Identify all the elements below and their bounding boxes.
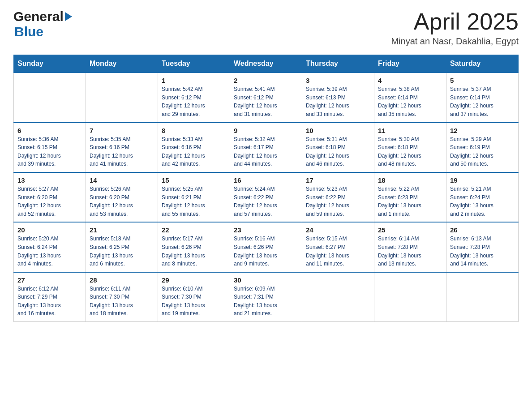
day-number: 16 <box>234 176 298 184</box>
day-number: 30 <box>234 276 298 284</box>
day-number: 3 <box>306 77 370 84</box>
day-info: Sunrise: 5:26 AM Sunset: 6:20 PM Dayligh… <box>90 185 154 218</box>
day-number: 8 <box>162 127 226 134</box>
day-number: 26 <box>450 226 515 234</box>
day-info: Sunrise: 5:18 AM Sunset: 6:25 PM Dayligh… <box>90 235 154 268</box>
calendar-cell: 19Sunrise: 5:21 AM Sunset: 6:24 PM Dayli… <box>446 172 519 222</box>
calendar-cell: 7Sunrise: 5:35 AM Sunset: 6:16 PM Daylig… <box>86 123 158 172</box>
day-info: Sunrise: 5:25 AM Sunset: 6:21 PM Dayligh… <box>162 185 226 218</box>
day-number: 4 <box>378 77 442 84</box>
calendar-cell: 23Sunrise: 5:16 AM Sunset: 6:26 PM Dayli… <box>230 222 302 272</box>
day-number: 21 <box>90 226 154 234</box>
day-info: Sunrise: 6:13 AM Sunset: 7:28 PM Dayligh… <box>450 235 515 268</box>
calendar-cell: 4Sunrise: 5:38 AM Sunset: 6:14 PM Daylig… <box>374 73 446 122</box>
day-number: 14 <box>90 176 154 184</box>
day-number: 12 <box>450 127 515 134</box>
day-info: Sunrise: 5:42 AM Sunset: 6:12 PM Dayligh… <box>162 85 226 118</box>
weekday-header-friday: Friday <box>374 55 446 73</box>
weekday-header-wednesday: Wednesday <box>230 55 302 73</box>
day-info: Sunrise: 5:23 AM Sunset: 6:22 PM Dayligh… <box>306 185 370 218</box>
day-info: Sunrise: 5:27 AM Sunset: 6:20 PM Dayligh… <box>17 185 82 218</box>
calendar-cell: 20Sunrise: 5:20 AM Sunset: 6:24 PM Dayli… <box>14 222 86 272</box>
calendar-cell: 29Sunrise: 6:10 AM Sunset: 7:30 PM Dayli… <box>158 272 230 322</box>
logo-blue-text: Blue <box>14 24 73 39</box>
day-number: 29 <box>162 276 226 284</box>
page-title: April 2025 <box>391 9 519 34</box>
calendar-cell: 10Sunrise: 5:31 AM Sunset: 6:18 PM Dayli… <box>302 123 374 172</box>
weekday-header-saturday: Saturday <box>446 55 519 73</box>
day-number: 27 <box>17 276 82 284</box>
day-info: Sunrise: 5:31 AM Sunset: 6:18 PM Dayligh… <box>306 135 370 168</box>
calendar-cell: 21Sunrise: 5:18 AM Sunset: 6:25 PM Dayli… <box>86 222 158 272</box>
page-header: General Blue April 2025 Minyat an Nasr, … <box>13 9 519 47</box>
logo-general-text: General <box>13 9 64 24</box>
day-info: Sunrise: 5:37 AM Sunset: 6:14 PM Dayligh… <box>450 85 515 118</box>
day-info: Sunrise: 5:33 AM Sunset: 6:16 PM Dayligh… <box>162 135 226 168</box>
calendar-cell: 24Sunrise: 5:15 AM Sunset: 6:27 PM Dayli… <box>302 222 374 272</box>
calendar-cell: 27Sunrise: 6:12 AM Sunset: 7:29 PM Dayli… <box>14 272 86 322</box>
day-number: 19 <box>450 176 515 184</box>
calendar-week-row: 6Sunrise: 5:36 AM Sunset: 6:15 PM Daylig… <box>14 123 519 172</box>
day-number: 24 <box>306 226 370 234</box>
calendar-cell: 5Sunrise: 5:37 AM Sunset: 6:14 PM Daylig… <box>446 73 519 122</box>
day-info: Sunrise: 5:15 AM Sunset: 6:27 PM Dayligh… <box>306 235 370 268</box>
calendar-cell: 11Sunrise: 5:30 AM Sunset: 6:18 PM Dayli… <box>374 123 446 172</box>
calendar-cell: 28Sunrise: 6:11 AM Sunset: 7:30 PM Dayli… <box>86 272 158 322</box>
calendar-cell: 13Sunrise: 5:27 AM Sunset: 6:20 PM Dayli… <box>14 172 86 222</box>
calendar-cell <box>14 73 86 122</box>
day-info: Sunrise: 5:24 AM Sunset: 6:22 PM Dayligh… <box>234 185 298 218</box>
day-number: 18 <box>378 176 442 184</box>
calendar-cell <box>374 272 446 322</box>
day-info: Sunrise: 5:17 AM Sunset: 6:26 PM Dayligh… <box>162 235 226 268</box>
day-info: Sunrise: 6:12 AM Sunset: 7:29 PM Dayligh… <box>17 285 82 318</box>
day-info: Sunrise: 5:32 AM Sunset: 6:17 PM Dayligh… <box>234 135 298 168</box>
day-info: Sunrise: 6:09 AM Sunset: 7:31 PM Dayligh… <box>234 285 298 318</box>
day-info: Sunrise: 5:21 AM Sunset: 6:24 PM Dayligh… <box>450 185 515 218</box>
weekday-header-thursday: Thursday <box>302 55 374 73</box>
day-info: Sunrise: 5:16 AM Sunset: 6:26 PM Dayligh… <box>234 235 298 268</box>
day-number: 1 <box>162 77 226 84</box>
calendar-cell <box>86 73 158 122</box>
day-info: Sunrise: 5:29 AM Sunset: 6:19 PM Dayligh… <box>450 135 515 168</box>
logo-triangle-icon <box>65 12 72 21</box>
day-number: 22 <box>162 226 226 234</box>
day-number: 7 <box>90 127 154 134</box>
weekday-header-monday: Monday <box>86 55 158 73</box>
logo-line1: General <box>13 9 73 24</box>
day-info: Sunrise: 5:41 AM Sunset: 6:12 PM Dayligh… <box>234 85 298 118</box>
day-number: 25 <box>378 226 442 234</box>
day-info: Sunrise: 5:30 AM Sunset: 6:18 PM Dayligh… <box>378 135 442 168</box>
calendar-cell: 18Sunrise: 5:22 AM Sunset: 6:23 PM Dayli… <box>374 172 446 222</box>
day-number: 15 <box>162 176 226 184</box>
day-number: 17 <box>306 176 370 184</box>
calendar-cell: 9Sunrise: 5:32 AM Sunset: 6:17 PM Daylig… <box>230 123 302 172</box>
calendar-cell: 25Sunrise: 6:14 AM Sunset: 7:28 PM Dayli… <box>374 222 446 272</box>
day-number: 11 <box>378 127 442 134</box>
calendar-cell: 26Sunrise: 6:13 AM Sunset: 7:28 PM Dayli… <box>446 222 519 272</box>
calendar-cell: 3Sunrise: 5:39 AM Sunset: 6:13 PM Daylig… <box>302 73 374 122</box>
calendar-week-row: 20Sunrise: 5:20 AM Sunset: 6:24 PM Dayli… <box>14 222 519 272</box>
calendar-cell: 15Sunrise: 5:25 AM Sunset: 6:21 PM Dayli… <box>158 172 230 222</box>
day-info: Sunrise: 6:11 AM Sunset: 7:30 PM Dayligh… <box>90 285 154 318</box>
logo: General Blue <box>13 9 73 39</box>
calendar-cell: 1Sunrise: 5:42 AM Sunset: 6:12 PM Daylig… <box>158 73 230 122</box>
calendar-cell: 6Sunrise: 5:36 AM Sunset: 6:15 PM Daylig… <box>14 123 86 172</box>
calendar-cell: 12Sunrise: 5:29 AM Sunset: 6:19 PM Dayli… <box>446 123 519 172</box>
calendar-cell: 16Sunrise: 5:24 AM Sunset: 6:22 PM Dayli… <box>230 172 302 222</box>
day-info: Sunrise: 5:38 AM Sunset: 6:14 PM Dayligh… <box>378 85 442 118</box>
calendar-week-row: 1Sunrise: 5:42 AM Sunset: 6:12 PM Daylig… <box>14 73 519 122</box>
weekday-header-row: SundayMondayTuesdayWednesdayThursdayFrid… <box>14 55 519 73</box>
day-info: Sunrise: 6:10 AM Sunset: 7:30 PM Dayligh… <box>162 285 226 318</box>
day-info: Sunrise: 5:35 AM Sunset: 6:16 PM Dayligh… <box>90 135 154 168</box>
day-number: 10 <box>306 127 370 134</box>
calendar-cell <box>302 272 374 322</box>
calendar-cell: 14Sunrise: 5:26 AM Sunset: 6:20 PM Dayli… <box>86 172 158 222</box>
weekday-header-tuesday: Tuesday <box>158 55 230 73</box>
title-area: April 2025 Minyat an Nasr, Dakahlia, Egy… <box>391 9 519 47</box>
calendar-cell: 8Sunrise: 5:33 AM Sunset: 6:16 PM Daylig… <box>158 123 230 172</box>
calendar-cell: 17Sunrise: 5:23 AM Sunset: 6:22 PM Dayli… <box>302 172 374 222</box>
calendar-cell: 22Sunrise: 5:17 AM Sunset: 6:26 PM Dayli… <box>158 222 230 272</box>
day-number: 5 <box>450 77 515 84</box>
day-number: 9 <box>234 127 298 134</box>
location-subtitle: Minyat an Nasr, Dakahlia, Egypt <box>391 36 519 47</box>
